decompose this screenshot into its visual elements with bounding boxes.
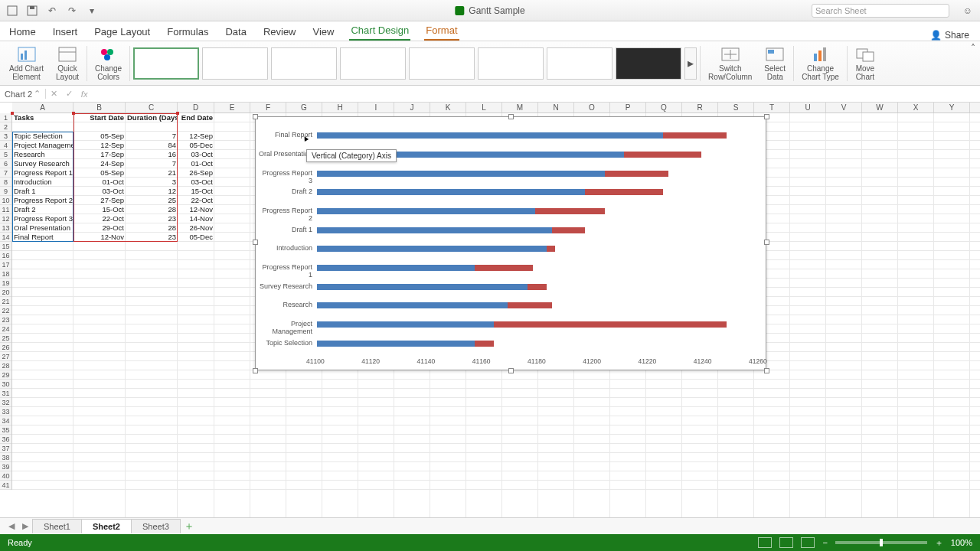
row-header-17[interactable]: 17: [0, 260, 11, 269]
sheet-prev-icon[interactable]: ◀: [5, 521, 18, 528]
row-header-41[interactable]: 41: [0, 481, 11, 490]
save-icon[interactable]: [26, 5, 38, 17]
cell-A14[interactable]: Final Report: [12, 233, 74, 242]
chart-resize-handle[interactable]: [253, 114, 258, 119]
cell-C7[interactable]: 21: [126, 168, 178, 178]
tab-format[interactable]: Format: [424, 21, 459, 41]
chart-style-4[interactable]: [340, 47, 406, 80]
cell-B12[interactable]: 22-Oct: [74, 214, 126, 223]
cell-B1[interactable]: Start Date: [74, 113, 126, 122]
cell-C1[interactable]: Duration (Days): [126, 113, 178, 122]
row-header-9[interactable]: 9: [0, 187, 11, 196]
sheet-tab-sheet3[interactable]: Sheet3: [131, 519, 181, 528]
autosave-icon[interactable]: [6, 5, 18, 17]
column-headers[interactable]: ABCDEFGHIJKLMNOPQRSTUVWXY: [12, 103, 980, 113]
sheet-next-icon[interactable]: ▶: [18, 521, 32, 528]
row-header-40[interactable]: 40: [0, 471, 11, 481]
row-header-23[interactable]: 23: [0, 315, 11, 324]
cell-B5[interactable]: 17-Sep: [74, 150, 126, 159]
chart-bar-duration[interactable]: [475, 341, 494, 347]
cell-B7[interactable]: 05-Sep: [74, 168, 126, 178]
chart-style-6[interactable]: [478, 47, 544, 80]
cell-A8[interactable]: Introduction: [12, 178, 74, 187]
quick-layout-button[interactable]: Quick Layout: [51, 46, 83, 81]
col-header-F[interactable]: F: [250, 103, 286, 112]
cell-C14[interactable]: 23: [126, 233, 178, 242]
qat-more-icon[interactable]: ▾: [86, 5, 98, 17]
col-header-E[interactable]: E: [214, 103, 250, 112]
cell-A3[interactable]: Topic Selection: [12, 132, 74, 141]
chart-style-7[interactable]: [547, 47, 612, 80]
cell-B13[interactable]: 29-Oct: [74, 223, 126, 233]
col-header-X[interactable]: X: [898, 103, 934, 112]
row-header-38[interactable]: 38: [0, 453, 11, 462]
row-header-13[interactable]: 13: [0, 223, 11, 233]
row-header-14[interactable]: 14: [0, 233, 11, 242]
cell-C13[interactable]: 28: [126, 223, 178, 233]
chart-bar-duration[interactable]: [585, 189, 662, 195]
row-header-4[interactable]: 4: [0, 141, 11, 150]
chart-bar-duration[interactable]: [552, 227, 585, 233]
cell-D4[interactable]: 05-Dec: [178, 141, 214, 150]
row-header-27[interactable]: 27: [0, 352, 11, 361]
cell-C4[interactable]: 84: [126, 141, 178, 150]
chart-bar-start[interactable]: [317, 171, 605, 177]
cell-D3[interactable]: 12-Sep: [178, 132, 214, 141]
ribbon-collapse-icon[interactable]: ˄: [971, 43, 975, 54]
cell-B4[interactable]: 12-Sep: [74, 141, 126, 150]
row-header-36[interactable]: 36: [0, 435, 11, 444]
cell-A7[interactable]: Progress Report 1: [12, 168, 74, 178]
cancel-edit-icon[interactable]: ✕: [51, 89, 57, 99]
tab-page-layout[interactable]: Page Layout: [93, 23, 152, 41]
select-data-button[interactable]: Select Data: [760, 46, 790, 81]
cell-D9[interactable]: 15-Oct: [178, 187, 214, 196]
chart-resize-handle[interactable]: [253, 368, 258, 373]
change-chart-type-button[interactable]: Change Chart Type: [797, 46, 844, 81]
cell-A11[interactable]: Draft 2: [12, 205, 74, 214]
col-header-C[interactable]: C: [126, 103, 178, 112]
row-header-11[interactable]: 11: [0, 205, 11, 214]
col-header-T[interactable]: T: [754, 103, 790, 112]
chart-resize-handle[interactable]: [508, 114, 514, 119]
chart-bar-duration[interactable]: [624, 152, 701, 158]
row-header-24[interactable]: 24: [0, 324, 11, 334]
chart-bar-duration[interactable]: [535, 208, 604, 214]
row-header-7[interactable]: 7: [0, 168, 11, 178]
chart-bar-duration[interactable]: [508, 302, 552, 308]
cell-D5[interactable]: 03-Oct: [178, 150, 214, 159]
tab-data[interactable]: Data: [224, 23, 247, 41]
cell-A13[interactable]: Oral Presentation: [12, 223, 74, 233]
col-header-Q[interactable]: Q: [646, 103, 682, 112]
col-header-G[interactable]: G: [286, 103, 322, 112]
cell-D13[interactable]: 26-Nov: [178, 223, 214, 233]
row-header-18[interactable]: 18: [0, 269, 11, 279]
chart-resize-handle[interactable]: [764, 368, 769, 373]
col-header-S[interactable]: S: [718, 103, 754, 112]
cell-C11[interactable]: 28: [126, 205, 178, 214]
col-header-I[interactable]: I: [358, 103, 394, 112]
cell-C5[interactable]: 16: [126, 150, 178, 159]
gantt-chart-object[interactable]: Final ReportOral PresentationProgress Re…: [255, 116, 766, 370]
cell-D11[interactable]: 12-Nov: [178, 205, 214, 214]
search-sheet-input[interactable]: Search Sheet: [812, 4, 949, 18]
row-header-31[interactable]: 31: [0, 389, 11, 398]
cell-A1[interactable]: Tasks: [12, 113, 74, 122]
cell-D10[interactable]: 22-Oct: [178, 196, 214, 205]
cell-C10[interactable]: 25: [126, 196, 178, 205]
chart-bar-start[interactable]: [317, 302, 508, 308]
row-header-39[interactable]: 39: [0, 462, 11, 471]
row-header-33[interactable]: 33: [0, 407, 11, 416]
row-header-22[interactable]: 22: [0, 306, 11, 315]
col-header-M[interactable]: M: [502, 103, 538, 112]
cell-C9[interactable]: 12: [126, 187, 178, 196]
chart-bar-start[interactable]: [317, 321, 494, 328]
row-header-29[interactable]: 29: [0, 370, 11, 380]
row-header-21[interactable]: 21: [0, 297, 11, 306]
name-box[interactable]: Chart 2⌃: [0, 89, 46, 99]
chart-styles-more-icon[interactable]: ▸: [684, 47, 697, 80]
row-header-6[interactable]: 6: [0, 159, 11, 168]
chart-bar-start[interactable]: [317, 341, 475, 347]
cell-B9[interactable]: 03-Oct: [74, 187, 126, 196]
row-header-35[interactable]: 35: [0, 425, 11, 435]
col-header-P[interactable]: P: [610, 103, 646, 112]
